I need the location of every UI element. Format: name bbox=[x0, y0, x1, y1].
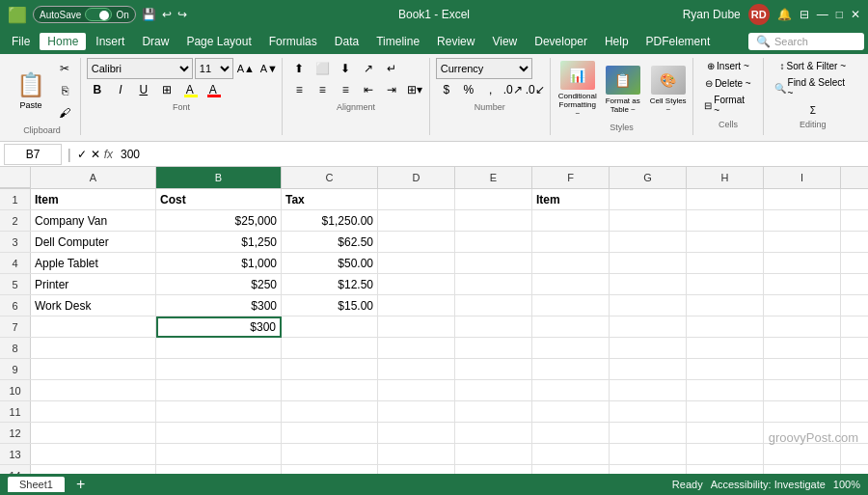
comma-button[interactable]: , bbox=[480, 79, 502, 100]
cell-c3[interactable]: $62.50 bbox=[282, 232, 378, 253]
row-num-11[interactable]: 11 bbox=[0, 401, 31, 422]
copy-button[interactable]: ⎘ bbox=[54, 80, 75, 101]
search-bar[interactable]: 🔍 Search bbox=[748, 33, 864, 50]
menu-pdfelement[interactable]: PDFelement bbox=[638, 33, 719, 50]
cell-g1[interactable] bbox=[610, 189, 687, 210]
sheet-tab[interactable]: Sheet1 bbox=[8, 477, 65, 492]
text-direction-button[interactable]: ↗ bbox=[358, 58, 379, 79]
cell-e7[interactable] bbox=[455, 316, 532, 338]
cell-b1[interactable]: Cost bbox=[156, 189, 282, 210]
col-header-e[interactable]: E bbox=[455, 167, 532, 188]
cell-d2[interactable] bbox=[378, 210, 455, 232]
row-num-4[interactable]: 4 bbox=[0, 253, 31, 273]
cell-a8[interactable] bbox=[31, 338, 156, 359]
cell-g7[interactable] bbox=[610, 316, 687, 338]
cell-styles-button[interactable]: 🎨 Cell Styles ~ bbox=[647, 63, 690, 117]
cell-i7[interactable] bbox=[764, 316, 841, 338]
find-select-button[interactable]: 🔍 Find & Select ~ bbox=[770, 75, 856, 100]
conditional-formatting-button[interactable]: 📊 Conditional Formatting ~ bbox=[556, 58, 599, 121]
avatar[interactable]: RD bbox=[748, 4, 770, 25]
minimize-window-icon[interactable]: — bbox=[817, 8, 828, 21]
cell-c5[interactable]: $12.50 bbox=[282, 274, 378, 295]
italic-button[interactable]: I bbox=[110, 79, 131, 100]
row-num-5[interactable]: 5 bbox=[0, 274, 31, 294]
currency-button[interactable]: $ bbox=[436, 79, 457, 100]
cell-c2[interactable]: $1,250.00 bbox=[282, 210, 378, 232]
cell-a2[interactable]: Company Van bbox=[31, 210, 156, 232]
row-num-6[interactable]: 6 bbox=[0, 295, 31, 316]
font-size-select[interactable]: 11 bbox=[195, 58, 233, 79]
row-num-2[interactable]: 2 bbox=[0, 210, 31, 231]
menu-page-layout[interactable]: Page Layout bbox=[178, 33, 258, 50]
cell-i2[interactable] bbox=[764, 210, 841, 232]
merge-button[interactable]: ⊞▾ bbox=[404, 79, 425, 100]
cell-f6[interactable] bbox=[532, 295, 610, 316]
align-left-button[interactable]: ≡ bbox=[288, 79, 310, 100]
format-as-table-button[interactable]: 📋 Format as Table ~ bbox=[602, 63, 644, 117]
cell-i3[interactable] bbox=[764, 232, 841, 253]
add-sheet-button[interactable]: + bbox=[76, 476, 85, 493]
cell-i8[interactable] bbox=[764, 338, 841, 359]
cell-c4[interactable]: $50.00 bbox=[282, 253, 378, 274]
border-button[interactable]: ⊞ bbox=[156, 79, 177, 100]
cut-button[interactable]: ✂ bbox=[54, 58, 75, 79]
format-button[interactable]: ⊟ Format ~ bbox=[699, 93, 756, 118]
cell-e8[interactable] bbox=[455, 338, 532, 359]
row-num-8[interactable]: 8 bbox=[0, 338, 31, 358]
menu-draw[interactable]: Draw bbox=[134, 33, 176, 50]
cell-f1[interactable]: Item bbox=[532, 189, 610, 210]
insert-button[interactable]: ⊕ Insert ~ bbox=[699, 58, 756, 73]
col-header-h[interactable]: H bbox=[687, 167, 764, 188]
cell-b3[interactable]: $1,250 bbox=[156, 232, 282, 253]
col-header-d[interactable]: D bbox=[378, 167, 455, 188]
row-num-12[interactable]: 12 bbox=[0, 423, 31, 443]
col-header-b[interactable]: B bbox=[156, 167, 282, 188]
formula-check[interactable]: ✓ bbox=[77, 148, 87, 161]
cell-e6[interactable] bbox=[455, 295, 532, 316]
cell-c1[interactable]: Tax bbox=[282, 189, 378, 210]
col-header-f[interactable]: F bbox=[532, 167, 610, 188]
cell-b6[interactable]: $300 bbox=[156, 295, 282, 316]
number-format-select[interactable]: Currency bbox=[436, 58, 532, 79]
cell-i6[interactable] bbox=[764, 295, 841, 316]
col-header-g[interactable]: G bbox=[610, 167, 687, 188]
cell-a6[interactable]: Work Desk bbox=[31, 295, 156, 316]
cell-i5[interactable] bbox=[764, 274, 841, 295]
delete-button[interactable]: ⊖ Delete ~ bbox=[699, 75, 756, 91]
cell-d7[interactable] bbox=[378, 316, 455, 338]
ribbon-collapse-icon[interactable]: ⊟ bbox=[800, 8, 809, 21]
cell-g3[interactable] bbox=[610, 232, 687, 253]
zoom-level[interactable]: 100% bbox=[833, 479, 860, 490]
font-name-select[interactable]: Calibri bbox=[87, 58, 193, 79]
cell-a7[interactable] bbox=[31, 316, 156, 338]
cell-b2[interactable]: $25,000 bbox=[156, 210, 282, 232]
underline-button[interactable]: U bbox=[133, 79, 154, 100]
cell-e5[interactable] bbox=[455, 274, 532, 295]
col-header-a[interactable]: A bbox=[31, 167, 156, 188]
col-header-i[interactable]: I bbox=[764, 167, 841, 188]
cell-g6[interactable] bbox=[610, 295, 687, 316]
cell-a5[interactable]: Printer bbox=[31, 274, 156, 295]
font-color-button[interactable]: A bbox=[203, 79, 224, 100]
bold-button[interactable]: B bbox=[87, 79, 108, 100]
row-num-13[interactable]: 13 bbox=[0, 444, 31, 464]
cell-h2[interactable] bbox=[687, 210, 764, 232]
cell-f8[interactable] bbox=[532, 338, 610, 359]
cell-a4[interactable]: Apple Tablet bbox=[31, 253, 156, 274]
cell-e2[interactable] bbox=[455, 210, 532, 232]
cell-h7[interactable] bbox=[687, 316, 764, 338]
cell-b7[interactable]: $300 bbox=[156, 316, 282, 338]
align-bottom-button[interactable]: ⬇ bbox=[335, 58, 356, 79]
close-window-icon[interactable]: ✕ bbox=[851, 8, 860, 21]
cell-a1[interactable]: Item bbox=[31, 189, 156, 210]
cell-d6[interactable] bbox=[378, 295, 455, 316]
row-num-9[interactable]: 9 bbox=[0, 359, 31, 379]
cell-c6[interactable]: $15.00 bbox=[282, 295, 378, 316]
cell-f3[interactable] bbox=[532, 232, 610, 253]
align-center-button[interactable]: ≡ bbox=[312, 79, 333, 100]
paste-button[interactable]: 📋 Paste bbox=[10, 67, 52, 115]
cell-f4[interactable] bbox=[532, 253, 610, 274]
increase-indent-button[interactable]: ⇥ bbox=[381, 79, 402, 100]
formula-cancel[interactable]: ✕ bbox=[91, 148, 100, 161]
redo-icon[interactable]: ↪ bbox=[177, 8, 187, 21]
